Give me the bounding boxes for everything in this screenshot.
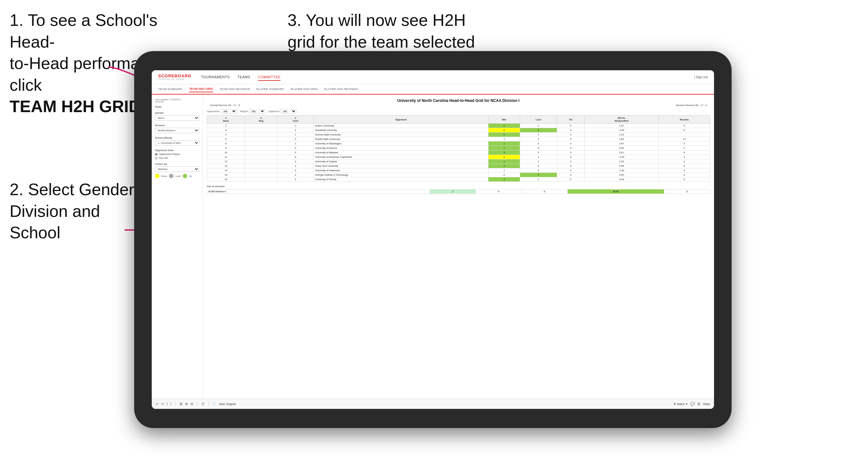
table-cell: 15: [207, 173, 245, 177]
toolbar-sep-3: [209, 402, 209, 407]
colour-select[interactable]: Win/loss: [155, 166, 199, 172]
table-cell: 5: [489, 132, 520, 137]
table-cell: 2: [489, 124, 520, 128]
table-cell: 1: [520, 177, 557, 182]
radio-opponents-played[interactable]: Opponents Played: [155, 153, 199, 156]
col-opponent: Opponent: [314, 116, 489, 124]
forward-button[interactable]: ⟩: [166, 402, 168, 406]
layout-button[interactable]: ⊞: [698, 402, 700, 406]
nav-teams[interactable]: TEAMS: [237, 74, 250, 81]
toolbar: ↩ ↪ ⟩ ⟨ ⊞ ⊕ ⊖ ⏱ 📄 View: Original 👁 Watch…: [152, 399, 714, 409]
filter-opponents-label: Opponents:: [207, 110, 220, 113]
table-cell: [245, 155, 277, 159]
col-reg: #Reg: [245, 116, 277, 124]
watch-button[interactable]: 👁 Watch ▼: [674, 403, 688, 406]
table-cell: 0: [489, 128, 520, 132]
table-cell: 3: [658, 155, 710, 159]
table-cell: [245, 177, 277, 182]
tab-player-summary[interactable]: PLAYER SUMMARY: [256, 86, 284, 92]
out-of-division-row: NCAA Division II 1 0 0 26.00 3: [207, 189, 710, 194]
team-label: Team: [155, 105, 199, 108]
nav-committee[interactable]: COMMITTEE: [258, 74, 281, 81]
sidebar-gender-section: Gender Men's: [155, 112, 199, 121]
table-cell: 2: [520, 137, 557, 142]
table-row: 21Auburn University2101.679: [207, 124, 710, 128]
comment-button[interactable]: 💬: [690, 402, 695, 406]
redo-button[interactable]: ↪: [161, 402, 164, 406]
clock-button[interactable]: ⏱: [201, 402, 205, 406]
table-cell: 0: [557, 159, 584, 164]
table-cell: 0: [489, 155, 520, 159]
gender-select[interactable]: Men's: [155, 115, 199, 121]
tab-player-h2h-grid[interactable]: PLAYER H2H GRID: [291, 86, 318, 92]
table-cell: 16: [207, 177, 245, 182]
nav-tournaments[interactable]: TOURNAMENTS: [201, 74, 230, 81]
table-cell: 10: [207, 151, 245, 155]
crop-button[interactable]: ⊞: [180, 402, 182, 406]
table-cell: 3: [489, 164, 520, 168]
table-cell: 0: [520, 151, 557, 155]
app-nav: SCOREBOARD Powered by clippd TOURNAMENTS…: [152, 70, 714, 84]
filter-opponent-select[interactable]: (All): [280, 109, 297, 114]
table-cell: 3: [277, 177, 314, 182]
table-cell: Texas Tech University: [314, 164, 489, 168]
table-cell: 0: [557, 168, 584, 173]
filter-opponent-label: Opponent: [268, 110, 280, 113]
table-cell: 1: [489, 159, 520, 164]
back-button[interactable]: ⟨: [170, 402, 172, 406]
table-cell: 14: [207, 168, 245, 173]
share-button[interactable]: Share: [703, 403, 710, 406]
table-cell: -1.00: [584, 168, 658, 173]
undo-button[interactable]: ↩: [156, 402, 158, 406]
table-cell: 1: [489, 142, 520, 146]
table-cell: Auburn University: [314, 124, 489, 128]
opponent-view-label: Opponent View: [155, 149, 199, 152]
table-cell: [245, 168, 277, 173]
school-label: School (Rank): [155, 136, 199, 139]
grid-area: University of North Carolina Head-to-Hea…: [203, 95, 714, 399]
sidebar-opponent-view-section: Opponent View Opponents Played Top 100: [155, 149, 199, 159]
table-cell: 3: [489, 151, 520, 155]
table-cell: 0: [557, 124, 584, 128]
table-row: 116University of Arkansas, Fayetteville0…: [207, 155, 710, 159]
app-logo: SCOREBOARD Powered by clippd: [158, 74, 191, 81]
table-cell: 9: [658, 164, 710, 168]
table-cell: 1: [489, 168, 520, 173]
main-content: Last Updated: 27/03/2024 16:55:38 Team G…: [152, 95, 714, 399]
radio-top100[interactable]: Top 100: [155, 157, 199, 159]
table-cell: [245, 142, 277, 146]
table-cell: 9: [658, 173, 710, 177]
view-label: 📄: [213, 403, 216, 406]
tab-team-h2h-grid[interactable]: TEAM H2H GRID: [189, 86, 213, 92]
filter-region-select[interactable]: (All): [249, 109, 265, 114]
col-win: Win: [489, 116, 520, 124]
overall-record: Overall Record: 89 - 17 - 0: [210, 104, 240, 107]
tab-team-summary[interactable]: TEAM SUMMARY: [158, 86, 183, 92]
table-cell: University of Arkansas, Fayetteville: [314, 155, 489, 159]
table-cell: 2: [277, 142, 314, 146]
sign-out-button[interactable]: | Sign out: [694, 75, 708, 79]
plus-button[interactable]: ⊕: [185, 402, 188, 406]
division-select[interactable]: NCAA Division I: [155, 128, 199, 133]
table-cell: 0: [557, 137, 584, 142]
filter-region-label: Region: [240, 110, 248, 113]
filter-opponents-select[interactable]: (All): [221, 109, 237, 114]
table-row: 32Vanderbilt University040-2.298: [207, 128, 710, 132]
table-cell: [245, 124, 277, 128]
table-cell: 0: [520, 164, 557, 168]
table-cell: 1.83: [584, 137, 658, 142]
out-of-division-label: Out of division: [207, 185, 710, 188]
view-original[interactable]: View: Original: [219, 403, 236, 406]
table-cell: 6: [277, 155, 314, 159]
school-select[interactable]: 1. University of Nort...: [155, 140, 199, 146]
table-cell: University of Florida: [314, 177, 489, 182]
filter-opponents-group: Opponents: (All): [207, 109, 237, 114]
table-cell: 3: [658, 142, 710, 146]
table-cell: 1: [489, 137, 520, 142]
table-cell: 11: [207, 155, 245, 159]
minus-button[interactable]: ⊖: [190, 402, 193, 406]
tab-team-h2h-heatmap[interactable]: TEAM H2H HEATMAP: [219, 86, 250, 92]
table-cell: 0: [557, 151, 584, 155]
tab-player-h2h-heatmap[interactable]: PLAYER H2H HEATMAP: [324, 86, 358, 92]
table-cell: Arizona State University: [314, 132, 489, 137]
